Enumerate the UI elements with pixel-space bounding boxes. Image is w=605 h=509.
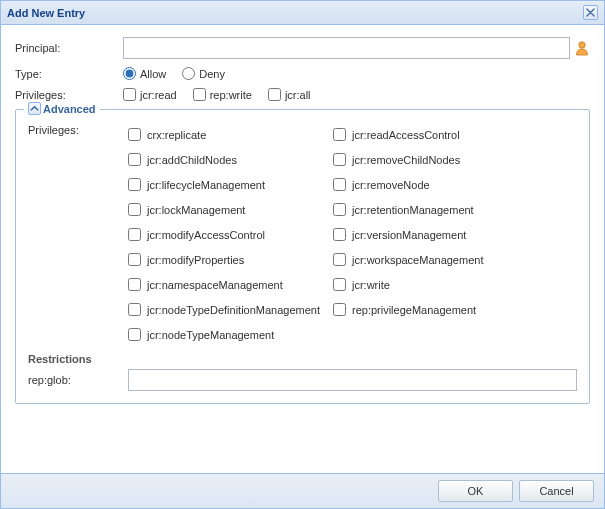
advanced-legend[interactable]: Advanced: [24, 102, 100, 115]
privileges-row: Privileges: jcr:read rep:write jcr:all: [15, 88, 590, 101]
dialog-body: Principal: Type: Allow Deny: [1, 25, 604, 473]
titlebar: Add New Entry: [1, 1, 604, 25]
privileges-label: Privileges:: [15, 89, 123, 101]
adv-priv-jcr-modifyaccesscontrol-label: jcr:modifyAccessControl: [147, 229, 265, 241]
principal-row: Principal:: [15, 37, 590, 59]
type-allow-option[interactable]: Allow: [123, 67, 166, 80]
type-radios: Allow Deny: [123, 67, 225, 80]
adv-priv-jcr-lifecyclemanagement[interactable]: jcr:lifecycleManagement: [128, 172, 333, 197]
priv-jcr-all[interactable]: jcr:all: [268, 88, 311, 101]
type-row: Type: Allow Deny: [15, 67, 590, 80]
close-icon: [586, 8, 595, 17]
adv-priv-jcr-lockmanagement-checkbox[interactable]: [128, 203, 141, 216]
adv-priv-jcr-removechildnodes[interactable]: jcr:removeChildNodes: [333, 147, 577, 172]
adv-priv-jcr-write[interactable]: jcr:write: [333, 272, 577, 297]
adv-priv-jcr-addchildnodes[interactable]: jcr:addChildNodes: [128, 147, 333, 172]
priv-jcr-read-label: jcr:read: [140, 89, 177, 101]
adv-priv-jcr-readaccesscontrol-label: jcr:readAccessControl: [352, 129, 460, 141]
adv-priv-jcr-nodetypedefinitionmanagement[interactable]: jcr:nodeTypeDefinitionManagement: [128, 297, 333, 322]
adv-priv-jcr-versionmanagement-checkbox[interactable]: [333, 228, 346, 241]
adv-priv-rep-privilegemanagement-checkbox[interactable]: [333, 303, 346, 316]
adv-priv-jcr-versionmanagement[interactable]: jcr:versionManagement: [333, 222, 577, 247]
adv-priv-jcr-readaccesscontrol-checkbox[interactable]: [333, 128, 346, 141]
adv-priv-jcr-nodetypemanagement[interactable]: jcr:nodeTypeManagement: [128, 322, 333, 347]
adv-priv-jcr-nodetypedefinitionmanagement-label: jcr:nodeTypeDefinitionManagement: [147, 304, 320, 316]
adv-priv-jcr-addchildnodes-label: jcr:addChildNodes: [147, 154, 237, 166]
adv-priv-jcr-removechildnodes-checkbox[interactable]: [333, 153, 346, 166]
adv-priv-crx-replicate[interactable]: crx:replicate: [128, 122, 333, 147]
adv-priv-jcr-nodetypedefinitionmanagement-checkbox[interactable]: [128, 303, 141, 316]
advanced-privileges-grid: crx:replicate jcr:readAccessControl jcr:…: [128, 122, 577, 347]
button-bar: OK Cancel: [1, 473, 604, 508]
principal-input[interactable]: [123, 37, 570, 59]
restrictions-heading: Restrictions: [28, 353, 577, 365]
type-deny-radio[interactable]: [182, 67, 195, 80]
priv-jcr-read-checkbox[interactable]: [123, 88, 136, 101]
adv-priv-jcr-write-label: jcr:write: [352, 279, 390, 291]
type-allow-radio[interactable]: [123, 67, 136, 80]
advanced-fieldset: Advanced Privileges: crx:replicate jcr:r…: [15, 109, 590, 404]
chevron-up-icon: [30, 104, 39, 113]
dialog-window: Add New Entry Principal: Type: Allow: [0, 0, 605, 509]
cancel-button[interactable]: Cancel: [519, 480, 594, 502]
adv-priv-jcr-removechildnodes-label: jcr:removeChildNodes: [352, 154, 460, 166]
adv-priv-jcr-modifyproperties-checkbox[interactable]: [128, 253, 141, 266]
user-icon: [574, 40, 590, 56]
priv-jcr-all-label: jcr:all: [285, 89, 311, 101]
adv-priv-jcr-lockmanagement-label: jcr:lockManagement: [147, 204, 245, 216]
adv-priv-jcr-modifyaccesscontrol-checkbox[interactable]: [128, 228, 141, 241]
adv-priv-jcr-modifyproperties[interactable]: jcr:modifyProperties: [128, 247, 333, 272]
type-label: Type:: [15, 68, 123, 80]
advanced-privileges-section: Privileges: crx:replicate jcr:readAccess…: [28, 120, 577, 347]
basic-privilege-list: jcr:read rep:write jcr:all: [123, 88, 311, 101]
adv-priv-jcr-namespacemanagement-checkbox[interactable]: [128, 278, 141, 291]
adv-priv-jcr-versionmanagement-label: jcr:versionManagement: [352, 229, 466, 241]
priv-rep-write-label: rep:write: [210, 89, 252, 101]
adv-priv-jcr-nodetypemanagement-label: jcr:nodeTypeManagement: [147, 329, 274, 341]
close-button[interactable]: [583, 5, 598, 20]
advanced-legend-label: Advanced: [43, 103, 96, 115]
rep-glob-row: rep:glob:: [28, 369, 577, 391]
priv-jcr-read[interactable]: jcr:read: [123, 88, 177, 101]
adv-priv-jcr-retentionmanagement-checkbox[interactable]: [333, 203, 346, 216]
svg-point-0: [579, 42, 585, 48]
dialog-title: Add New Entry: [7, 7, 583, 19]
adv-priv-jcr-workspacemanagement-label: jcr:workspaceManagement: [352, 254, 483, 266]
adv-priv-rep-privilegemanagement-label: rep:privilegeManagement: [352, 304, 476, 316]
priv-jcr-all-checkbox[interactable]: [268, 88, 281, 101]
principal-label: Principal:: [15, 42, 123, 54]
adv-priv-jcr-lifecyclemanagement-label: jcr:lifecycleManagement: [147, 179, 265, 191]
adv-priv-jcr-lifecyclemanagement-checkbox[interactable]: [128, 178, 141, 191]
rep-glob-input[interactable]: [128, 369, 577, 391]
adv-priv-jcr-nodetypemanagement-checkbox[interactable]: [128, 328, 141, 341]
adv-priv-jcr-workspacemanagement[interactable]: jcr:workspaceManagement: [333, 247, 577, 272]
adv-priv-jcr-removenode-checkbox[interactable]: [333, 178, 346, 191]
adv-priv-jcr-addchildnodes-checkbox[interactable]: [128, 153, 141, 166]
adv-priv-jcr-write-checkbox[interactable]: [333, 278, 346, 291]
type-deny-option[interactable]: Deny: [182, 67, 225, 80]
adv-priv-jcr-lockmanagement[interactable]: jcr:lockManagement: [128, 197, 333, 222]
adv-priv-crx-replicate-label: crx:replicate: [147, 129, 206, 141]
adv-priv-jcr-retentionmanagement-label: jcr:retentionManagement: [352, 204, 474, 216]
type-allow-label: Allow: [140, 68, 166, 80]
adv-priv-jcr-readaccesscontrol[interactable]: jcr:readAccessControl: [333, 122, 577, 147]
rep-glob-label: rep:glob:: [28, 374, 128, 386]
adv-priv-jcr-retentionmanagement[interactable]: jcr:retentionManagement: [333, 197, 577, 222]
principal-input-wrap: [123, 37, 590, 59]
adv-priv-crx-replicate-checkbox[interactable]: [128, 128, 141, 141]
advanced-privileges-label: Privileges:: [28, 122, 128, 347]
ok-button[interactable]: OK: [438, 480, 513, 502]
adv-priv-jcr-namespacemanagement-label: jcr:namespaceManagement: [147, 279, 283, 291]
priv-rep-write[interactable]: rep:write: [193, 88, 252, 101]
adv-priv-rep-privilegemanagement[interactable]: rep:privilegeManagement: [333, 297, 577, 322]
adv-priv-jcr-removenode[interactable]: jcr:removeNode: [333, 172, 577, 197]
adv-priv-jcr-modifyproperties-label: jcr:modifyProperties: [147, 254, 244, 266]
adv-priv-jcr-modifyaccesscontrol[interactable]: jcr:modifyAccessControl: [128, 222, 333, 247]
adv-priv-jcr-namespacemanagement[interactable]: jcr:namespaceManagement: [128, 272, 333, 297]
priv-rep-write-checkbox[interactable]: [193, 88, 206, 101]
advanced-toggle[interactable]: [28, 102, 41, 115]
type-deny-label: Deny: [199, 68, 225, 80]
adv-priv-jcr-workspacemanagement-checkbox[interactable]: [333, 253, 346, 266]
adv-priv-jcr-removenode-label: jcr:removeNode: [352, 179, 430, 191]
